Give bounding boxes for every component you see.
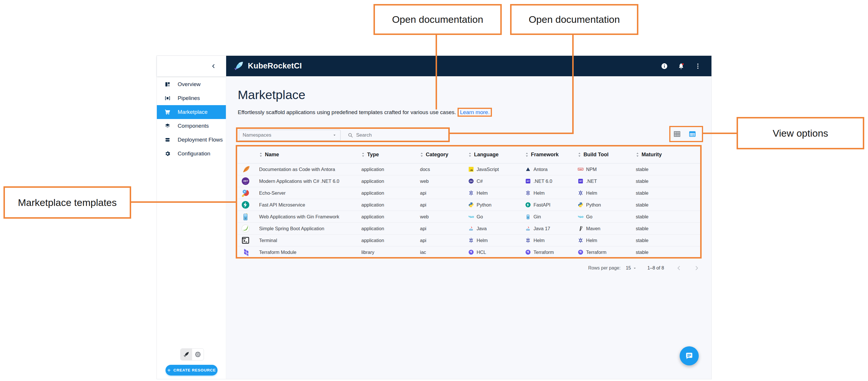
column-header-build-tool[interactable]: Build Tool [578, 152, 636, 158]
cell-name: Simple Spring Boot Application [259, 226, 361, 231]
learn-more-link[interactable]: Learn more. [458, 108, 492, 117]
svg-text:JS: JS [470, 169, 473, 171]
pipelines-icon [164, 95, 171, 101]
deployflows-icon [164, 137, 171, 143]
cell-name: Terminal [259, 238, 361, 243]
gin-sm-icon [525, 214, 531, 220]
sort-icon [420, 152, 424, 157]
overview-icon [164, 81, 171, 88]
namespaces-select[interactable]: Namespaces [239, 130, 341, 141]
language-label: Go [476, 214, 483, 220]
previous-page-button[interactable] [676, 265, 682, 271]
cell-type: application [361, 214, 420, 220]
column-header-framework[interactable]: Framework [525, 152, 578, 158]
tpl-echo-icon [241, 189, 250, 197]
cell-name: Web Applications with Gin Framework [259, 214, 361, 220]
next-page-button[interactable] [693, 265, 700, 271]
sidebar-top-bar [157, 56, 226, 76]
column-header-name[interactable]: Name [259, 152, 361, 158]
cell-language: GOGo [468, 214, 525, 220]
sidebar-item-marketplace[interactable]: Marketplace [157, 105, 226, 119]
column-header-type[interactable]: Type [361, 152, 420, 158]
cell-category: web [420, 214, 468, 220]
table-row[interactable]: .NETCoreModern Applications with C# .NET… [238, 175, 701, 187]
cluster-mode-toggle [180, 348, 204, 360]
page-subtitle: Effortlessly scaffold applications using… [238, 109, 492, 116]
framework-label: Java 17 [533, 226, 550, 231]
kuberocketci-logo-icon [233, 61, 244, 72]
sidebar-collapse-button[interactable] [209, 61, 218, 71]
brand: KubeRocketCI [233, 61, 302, 72]
search-input[interactable] [356, 132, 449, 138]
table-row[interactable]: Echo-ServerapplicationapiHelmHelmHelmsta… [238, 187, 701, 199]
kubernetes-mode-button[interactable] [192, 349, 204, 360]
notifications-button[interactable] [676, 61, 686, 71]
column-header-maturity[interactable]: Maturity [636, 152, 701, 158]
grid-view-button[interactable] [673, 130, 681, 138]
column-header-language[interactable]: Language [468, 152, 525, 158]
table-row[interactable]: Simple Spring Boot Applicationapplicatio… [238, 223, 701, 234]
cell-maturity: stable [636, 238, 701, 243]
framework-label: FastAPI [533, 202, 551, 208]
bell-icon [678, 63, 685, 70]
svg-text:npm: npm [579, 168, 582, 170]
tpl-fastapi-icon [241, 200, 250, 209]
cell-name: Modern Applications with C# .NET 6.0 [259, 179, 361, 184]
table-row[interactable]: TerminalapplicationapiHelmHelmHelmstable [238, 234, 701, 246]
kebab-menu-icon [694, 63, 701, 70]
info-button[interactable] [659, 61, 669, 71]
cell-category: api [420, 238, 468, 243]
cell-category: api [420, 226, 468, 231]
framework-label: Helm [533, 238, 545, 243]
table-row[interactable]: Fast API MicroserviceapplicationapiPytho… [238, 199, 701, 211]
framework-label: Antora [533, 167, 548, 172]
chat-fab-button[interactable] [680, 346, 699, 366]
cell-framework: .NET.NET 6.0 [525, 178, 578, 184]
cell-maturity: stable [636, 167, 701, 172]
rows-per-page-select[interactable]: 15 [626, 265, 637, 271]
table-row[interactable]: Terraform ModulelibraryiacHCLTerraformTe… [238, 246, 701, 258]
sidebar-item-configuration[interactable]: Configuration [157, 147, 226, 161]
table-row[interactable]: Web Applications with Gin Frameworkappli… [238, 211, 701, 223]
language-label: HCL [476, 250, 486, 255]
table-row[interactable]: Documentation as Code with Antoraapplica… [238, 163, 701, 175]
search-box [347, 130, 449, 141]
build-tool-label: Go [586, 214, 592, 220]
list-view-button[interactable] [688, 130, 696, 138]
cell-name: Terraform Module [259, 250, 361, 255]
cell-maturity: stable [636, 250, 701, 255]
maven-icon [578, 226, 584, 231]
build-tool-label: .NET [586, 179, 597, 184]
framework-label: Gin [533, 214, 541, 220]
java-icon [468, 226, 474, 231]
tpl-spring-icon [241, 224, 250, 233]
sidebar-item-overview[interactable]: Overview [157, 77, 226, 91]
sort-icon [525, 152, 529, 157]
cell-maturity: stable [636, 190, 701, 196]
svg-text:Core: Core [244, 182, 247, 184]
more-menu-button[interactable] [693, 61, 703, 71]
create-resource-button[interactable]: + CREATE RESOURCE [165, 365, 218, 376]
sidebar-item-deployment-flows[interactable]: Deployment Flows [157, 133, 226, 147]
go-icon: GO [578, 214, 584, 220]
build-tool-label: NPM [586, 167, 597, 172]
rocket-icon [183, 351, 190, 358]
framework-label: Terraform [533, 250, 554, 255]
column-header-category[interactable]: Category [420, 152, 468, 158]
sidebar-item-components[interactable]: Components [157, 119, 226, 133]
csharp-icon: C# [468, 178, 474, 184]
plus-icon: + [167, 368, 171, 373]
rocket-mode-button[interactable] [181, 349, 192, 360]
table-body: Documentation as Code with Antoraapplica… [238, 163, 701, 258]
sidebar-item-pipelines[interactable]: Pipelines [157, 91, 226, 105]
cell-type: application [361, 179, 420, 184]
cell-category: iac [420, 250, 468, 255]
sort-icon [259, 152, 262, 157]
cell-maturity: stable [636, 214, 701, 220]
sidebar-item-label: Overview [178, 81, 200, 88]
cell-category: docs [420, 167, 468, 172]
helm-icon [468, 237, 474, 243]
helm-icon [578, 190, 584, 196]
dotnet-icon: .NET [525, 178, 531, 184]
cell-template-icon [238, 165, 259, 173]
